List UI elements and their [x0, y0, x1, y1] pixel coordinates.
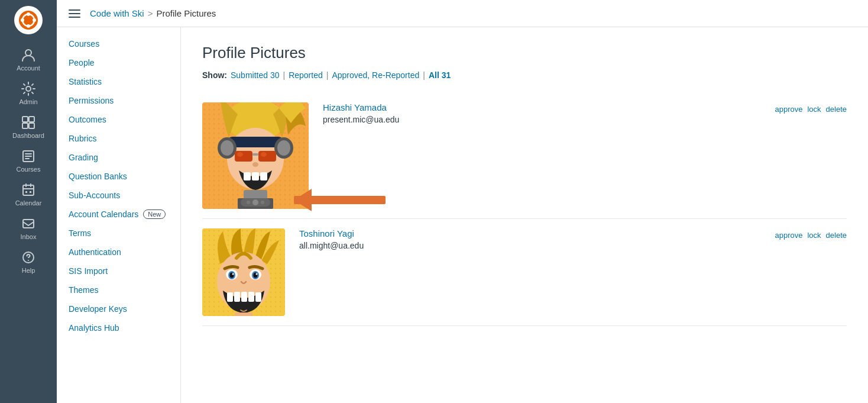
- sidebar-item-outcomes[interactable]: Outcomes: [57, 110, 180, 129]
- dashboard-label: Dashboard: [12, 132, 44, 139]
- svg-point-27: [221, 140, 234, 156]
- admin-label: Admin: [19, 98, 37, 105]
- courses-icon: [21, 149, 36, 164]
- nav-item-dashboard[interactable]: Dashboard: [0, 110, 57, 144]
- svg-marker-45: [294, 189, 312, 211]
- admin-icon: [21, 81, 36, 96]
- sidebar-item-sub-accounts[interactable]: Sub-Accounts: [57, 186, 180, 205]
- sidebar-item-statistics[interactable]: Statistics: [57, 72, 180, 91]
- sidebar-item-terms[interactable]: Terms: [57, 224, 180, 243]
- svg-point-18: [28, 260, 29, 261]
- hamburger-menu[interactable]: [69, 9, 80, 18]
- sidebar-item-account-calendars[interactable]: Account Calendars New: [57, 205, 180, 224]
- nav-item-account[interactable]: Account: [0, 43, 57, 76]
- sidebar: Courses People Statistics Permissions Ou…: [57, 27, 181, 403]
- filter-all[interactable]: All 31: [429, 70, 451, 80]
- svg-point-4: [21, 18, 24, 22]
- sidebar-item-courses[interactable]: Courses: [57, 34, 180, 53]
- sidebar-item-question-banks[interactable]: Question Banks: [57, 167, 180, 186]
- delete-action-1[interactable]: delete: [826, 105, 847, 114]
- svg-point-2: [27, 12, 30, 16]
- svg-rect-62: [255, 292, 261, 302]
- svg-rect-30: [258, 151, 276, 162]
- arrow-svg: [294, 184, 412, 214]
- new-badge: New: [143, 209, 166, 219]
- separator-2: |: [326, 70, 329, 80]
- account-label: Account: [17, 65, 40, 72]
- anime-image-1: [202, 102, 309, 209]
- help-icon: [21, 250, 36, 265]
- top-bar: Code with Ski > Profile Pictures: [57, 0, 868, 27]
- svg-rect-60: [241, 292, 247, 302]
- nav-item-inbox[interactable]: Inbox: [0, 211, 57, 245]
- svg-rect-37: [260, 172, 267, 180]
- filter-reported[interactable]: Reported: [289, 70, 323, 80]
- account-icon: [21, 47, 36, 63]
- inbox-label: Inbox: [21, 233, 37, 240]
- svg-point-56: [232, 273, 234, 275]
- main-area: Code with Ski > Profile Pictures Courses…: [57, 0, 868, 403]
- svg-rect-29: [235, 151, 252, 162]
- sidebar-item-analytics-hub[interactable]: Analytics Hub: [57, 318, 180, 337]
- nav-item-calendar[interactable]: Calendar: [0, 178, 57, 211]
- delete-action-2[interactable]: delete: [826, 231, 847, 240]
- sidebar-item-grading[interactable]: Grading: [57, 148, 180, 167]
- profile-entry-2: Toshinori Yagi all.might@ua.edu approve …: [202, 219, 847, 326]
- breadcrumb-separator: >: [148, 8, 153, 18]
- profile-actions-2: approve lock delete: [775, 228, 847, 240]
- anime-image-2: [202, 228, 285, 316]
- breadcrumb-parent[interactable]: Code with Ski: [90, 8, 144, 18]
- sidebar-item-people[interactable]: People: [57, 53, 180, 72]
- svg-rect-14: [25, 191, 27, 193]
- svg-point-34: [252, 162, 258, 167]
- filter-approved-rereported[interactable]: Approved, Re-Reported: [332, 70, 419, 80]
- breadcrumb: Code with Ski > Profile Pictures: [90, 8, 216, 18]
- svg-point-7: [26, 86, 31, 91]
- nav-item-help[interactable]: Help: [0, 245, 57, 279]
- sidebar-item-sis-import[interactable]: SIS Import: [57, 262, 180, 281]
- profile-email-2: all.might@ua.edu: [299, 241, 760, 250]
- approve-action-2[interactable]: approve: [775, 231, 802, 240]
- nav-item-admin[interactable]: Admin: [0, 76, 57, 110]
- calendar-icon: [21, 182, 36, 198]
- profile-actions-1: approve lock delete: [775, 102, 847, 114]
- profile-name-2: Toshinori Yagi: [299, 228, 760, 238]
- lock-action-2[interactable]: lock: [807, 231, 821, 240]
- svg-point-6: [25, 50, 31, 56]
- profile-picture-2: [202, 228, 285, 316]
- svg-rect-63: [235, 312, 252, 316]
- svg-rect-35: [244, 172, 251, 180]
- svg-rect-9: [29, 117, 34, 122]
- sidebar-item-rubrics[interactable]: Rubrics: [57, 129, 180, 148]
- profile-entry-1: Hizashi Yamada present.mic@ua.edu approv…: [202, 93, 847, 219]
- sidebar-item-themes[interactable]: Themes: [57, 281, 180, 299]
- separator-1: |: [283, 70, 286, 80]
- inbox-icon: [21, 216, 36, 231]
- page-content: Profile Pictures Show: Submitted 30 | Re…: [181, 27, 868, 403]
- page-title: Profile Pictures: [202, 44, 847, 62]
- content-area: Courses People Statistics Permissions Ou…: [57, 27, 868, 403]
- filter-submitted[interactable]: Submitted 30: [231, 70, 280, 80]
- sidebar-item-permissions[interactable]: Permissions: [57, 91, 180, 110]
- svg-point-33: [261, 152, 267, 157]
- sidebar-item-authentication[interactable]: Authentication: [57, 243, 180, 262]
- svg-rect-59: [234, 292, 240, 302]
- lock-action-1[interactable]: lock: [807, 105, 821, 114]
- svg-rect-10: [22, 123, 28, 128]
- svg-rect-36: [252, 172, 259, 180]
- breadcrumb-current: Profile Pictures: [156, 8, 216, 18]
- svg-point-57: [256, 273, 258, 275]
- approve-action-1[interactable]: approve: [775, 105, 802, 114]
- separator-3: |: [423, 70, 425, 80]
- svg-point-28: [277, 140, 290, 156]
- svg-point-43: [261, 201, 264, 204]
- nav-item-courses[interactable]: Courses: [0, 144, 57, 178]
- svg-point-32: [237, 152, 243, 157]
- svg-point-3: [27, 24, 30, 28]
- help-label: Help: [22, 267, 35, 274]
- courses-label: Courses: [17, 166, 41, 173]
- arrow-annotation: [294, 184, 412, 214]
- sidebar-item-developer-keys[interactable]: Developer Keys: [57, 299, 180, 318]
- profile-email-1: present.mic@ua.edu: [323, 115, 760, 124]
- svg-point-5: [33, 18, 36, 22]
